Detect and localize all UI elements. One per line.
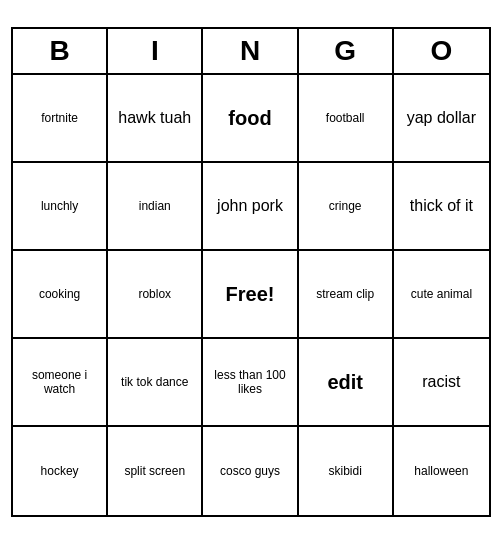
cell-text-0: fortnite — [41, 111, 78, 125]
cell-16[interactable]: tik tok dance — [108, 339, 203, 427]
bingo-grid: fortnitehawk tuahfoodfootballyap dollarl… — [13, 75, 489, 515]
cell-14[interactable]: cute animal — [394, 251, 489, 339]
cell-text-11: roblox — [138, 287, 171, 301]
cell-text-5: lunchly — [41, 199, 78, 213]
cell-11[interactable]: roblox — [108, 251, 203, 339]
cell-4[interactable]: yap dollar — [394, 75, 489, 163]
cell-23[interactable]: skibidi — [299, 427, 394, 515]
cell-7[interactable]: john pork — [203, 163, 298, 251]
cell-text-21: split screen — [124, 464, 185, 478]
cell-text-4: yap dollar — [407, 108, 476, 127]
cell-text-17: less than 100 likes — [207, 368, 292, 397]
cell-13[interactable]: stream clip — [299, 251, 394, 339]
cell-21[interactable]: split screen — [108, 427, 203, 515]
bingo-card: BINGO fortnitehawk tuahfoodfootballyap d… — [11, 27, 491, 517]
cell-15[interactable]: someone i watch — [13, 339, 108, 427]
cell-20[interactable]: hockey — [13, 427, 108, 515]
cell-10[interactable]: cooking — [13, 251, 108, 339]
header-letter-i: I — [108, 29, 203, 73]
cell-text-22: cosco guys — [220, 464, 280, 478]
cell-text-14: cute animal — [411, 287, 472, 301]
cell-0[interactable]: fortnite — [13, 75, 108, 163]
cell-text-18: edit — [327, 370, 363, 394]
cell-text-15: someone i watch — [17, 368, 102, 397]
cell-3[interactable]: football — [299, 75, 394, 163]
cell-text-2: food — [228, 106, 271, 130]
header-letter-o: O — [394, 29, 489, 73]
cell-18[interactable]: edit — [299, 339, 394, 427]
cell-text-20: hockey — [41, 464, 79, 478]
header-letter-n: N — [203, 29, 298, 73]
header-letter-b: B — [13, 29, 108, 73]
cell-text-10: cooking — [39, 287, 80, 301]
cell-22[interactable]: cosco guys — [203, 427, 298, 515]
cell-text-23: skibidi — [329, 464, 362, 478]
cell-8[interactable]: cringe — [299, 163, 394, 251]
cell-6[interactable]: indian — [108, 163, 203, 251]
cell-text-9: thick of it — [410, 196, 473, 215]
cell-text-12: Free! — [226, 282, 275, 306]
cell-text-7: john pork — [217, 196, 283, 215]
cell-5[interactable]: lunchly — [13, 163, 108, 251]
cell-text-8: cringe — [329, 199, 362, 213]
header-letter-g: G — [299, 29, 394, 73]
cell-text-6: indian — [139, 199, 171, 213]
cell-19[interactable]: racist — [394, 339, 489, 427]
cell-text-13: stream clip — [316, 287, 374, 301]
cell-text-16: tik tok dance — [121, 375, 188, 389]
cell-12[interactable]: Free! — [203, 251, 298, 339]
cell-2[interactable]: food — [203, 75, 298, 163]
cell-9[interactable]: thick of it — [394, 163, 489, 251]
cell-text-1: hawk tuah — [118, 108, 191, 127]
cell-1[interactable]: hawk tuah — [108, 75, 203, 163]
cell-text-19: racist — [422, 372, 460, 391]
cell-text-24: halloween — [414, 464, 468, 478]
cell-17[interactable]: less than 100 likes — [203, 339, 298, 427]
cell-text-3: football — [326, 111, 365, 125]
cell-24[interactable]: halloween — [394, 427, 489, 515]
bingo-header: BINGO — [13, 29, 489, 75]
